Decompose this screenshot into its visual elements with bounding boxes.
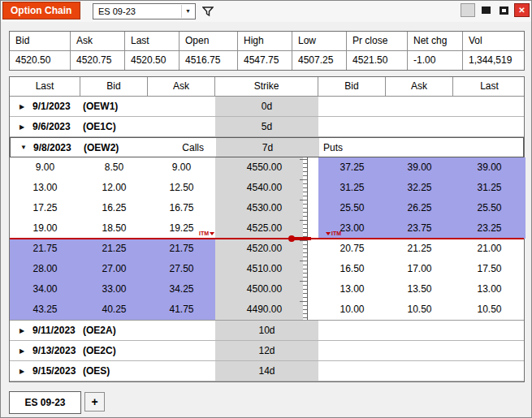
put-ask-cell[interactable]: 32.25 (386, 178, 453, 198)
quote-header-pr-close: Pr close (347, 32, 408, 50)
put-ask-cell[interactable]: 23.75 (386, 218, 453, 239)
put-bid-cell[interactable]: 31.25 (318, 178, 386, 198)
expand-arrow-icon[interactable]: ▶ (19, 361, 24, 381)
call-bid-cell[interactable]: 8.50 (80, 157, 148, 178)
maximize-button[interactable] (496, 3, 511, 17)
expiration-date: 9/11/2023 (32, 321, 76, 340)
days-to-expiration: 0d (215, 97, 318, 116)
call-ask-cell[interactable]: 34.25 (148, 279, 215, 299)
quote-header-net-chg: Net chg (408, 32, 463, 50)
expiration-row-9-8-2023[interactable]: ▼9/8/2023(OEW2)CallsPuts7d (10, 137, 524, 157)
expiration-row-9-15-2023[interactable]: ▶9/15/2023(OES)14d (10, 361, 524, 381)
expiration-row-9-13-2023[interactable]: ▶9/13/2023(OE2C)12d (10, 341, 524, 361)
expand-arrow-icon[interactable]: ▶ (19, 117, 24, 136)
quote-value-net-chg: -1.00 (408, 51, 463, 70)
put-bid-cell[interactable]: 10.00 (318, 299, 386, 320)
chevron-down-icon[interactable]: ▼ (181, 5, 194, 18)
call-ask-cell[interactable]: 9.00 (148, 157, 215, 178)
expiration-row-9-6-2023[interactable]: ▶9/6/2023(OE1C)5d (10, 117, 524, 137)
itm-arrow-icon (326, 232, 331, 235)
call-ask-cell[interactable]: 21.75 (148, 239, 215, 259)
quote-value-open: 4516.75 (179, 51, 238, 70)
call-last-cell[interactable]: 21.75 (10, 239, 80, 259)
expiration-code: (OE2C) (83, 341, 116, 360)
call-ask-cell[interactable]: 27.50 (148, 259, 215, 279)
call-bid-cell[interactable]: 40.25 (80, 299, 148, 320)
filter-icon (202, 6, 214, 17)
call-ask-cell[interactable]: 16.75 (148, 198, 215, 218)
call-last-cell[interactable]: 9.00 (10, 157, 80, 178)
option-row: 21.7521.2521.754520.0020.7521.2521.00 (10, 239, 524, 259)
put-bid-cell[interactable]: 16.50 (318, 259, 386, 279)
put-last-cell[interactable]: 23.25 (453, 218, 526, 239)
put-ask-cell[interactable]: 21.25 (386, 239, 453, 259)
put-last-cell[interactable]: 13.00 (453, 279, 526, 299)
call-bid-cell[interactable]: 18.50 (80, 218, 148, 239)
window-extra-button[interactable] (461, 3, 475, 17)
put-bid-cell[interactable]: 20.75 (318, 239, 386, 259)
put-last-cell[interactable]: 21.00 (453, 239, 526, 259)
call-bid-cell[interactable]: 16.25 (80, 198, 148, 218)
expiration-date: 9/15/2023 (32, 361, 76, 381)
expiration-code: (OEW2) (84, 138, 119, 157)
quote-header-last: Last (125, 32, 179, 50)
put-ask-cell[interactable]: 17.00 (386, 259, 453, 279)
option-row: 9.008.509.004550.0037.2539.0039.00 (10, 157, 524, 178)
option-row: 34.0033.0034.254500.0013.0013.5013.00 (10, 279, 524, 299)
call-bid-cell[interactable]: 33.00 (80, 279, 148, 299)
expiration-code: (OE1C) (83, 117, 116, 136)
put-last-cell[interactable]: 31.25 (453, 178, 526, 198)
filter-button[interactable] (201, 4, 215, 19)
put-bid-cell[interactable]: 37.25 (318, 157, 386, 178)
put-last-cell[interactable]: 25.50 (453, 198, 526, 218)
window-controls: ✕ (461, 3, 530, 17)
option-row: 43.2540.2541.754490.0010.0010.5010.50 (10, 299, 524, 320)
expiration-row-9-11-2023[interactable]: ▶9/11/2023(OE2A)10d (10, 321, 524, 341)
call-last-cell[interactable]: 43.25 (10, 299, 80, 320)
option-row: 13.0012.0012.504540.0031.2532.2531.25 (10, 178, 524, 198)
put-ask-cell[interactable]: 13.50 (386, 279, 453, 299)
days-to-expiration: 5d (215, 117, 318, 136)
expiration-code: (OEW1) (83, 97, 118, 116)
call-last-cell[interactable]: 34.00 (10, 279, 80, 299)
titlebar[interactable]: Option Chain ES 09-23 ▼ ✕ (1, 1, 531, 22)
call-ask-cell[interactable]: 41.75 (148, 299, 215, 320)
add-tab-button[interactable]: + (84, 392, 105, 412)
minimize-button[interactable] (478, 3, 493, 17)
chain-header-1-bid: Bid (80, 77, 148, 96)
expand-arrow-icon[interactable]: ▶ (19, 341, 24, 360)
put-ask-cell[interactable]: 39.00 (386, 157, 453, 178)
call-last-cell[interactable]: 28.00 (10, 259, 80, 279)
collapse-arrow-icon[interactable]: ▼ (20, 138, 27, 157)
tab-es-09-23[interactable]: ES 09-23 (9, 391, 81, 414)
symbol-dropdown[interactable]: ES 09-23 ▼ (93, 3, 196, 19)
expiration-row-9-1-2023[interactable]: ▶9/1/2023(OEW1)0d (10, 97, 524, 117)
put-bid-cell[interactable]: 13.00 (318, 279, 386, 299)
itm-arrow-icon (210, 232, 214, 235)
expand-arrow-icon[interactable]: ▶ (19, 321, 24, 340)
call-bid-cell[interactable]: 21.25 (80, 239, 148, 259)
close-button[interactable]: ✕ (514, 3, 530, 17)
put-bid-cell[interactable]: 25.50 (318, 198, 386, 218)
call-last-cell[interactable]: 13.00 (10, 178, 80, 198)
chain-body: ▶9/1/2023(OEW1)0d▶9/6/2023(OE1C)5d▼9/8/2… (10, 97, 524, 381)
call-bid-cell[interactable]: 12.00 (80, 178, 148, 198)
call-last-cell[interactable]: 17.25 (10, 198, 80, 218)
quote-value-low: 4507.25 (292, 51, 347, 70)
expand-arrow-icon[interactable]: ▶ (19, 97, 24, 116)
call-bid-cell[interactable]: 27.00 (80, 259, 148, 279)
option-chain-window: Option Chain ES 09-23 ▼ ✕ BidAskLastOpen… (0, 0, 532, 418)
put-ask-cell[interactable]: 10.50 (386, 299, 453, 320)
quote-value-high: 4547.75 (238, 51, 292, 70)
quote-value-last: 4520.50 (125, 51, 179, 70)
put-last-cell[interactable]: 39.00 (453, 157, 526, 178)
put-last-cell[interactable]: 10.50 (453, 299, 526, 320)
current-price-line (10, 238, 524, 239)
put-last-cell[interactable]: 17.50 (453, 259, 526, 279)
maximize-icon (500, 6, 508, 15)
put-ask-cell[interactable]: 26.25 (386, 198, 453, 218)
call-ask-cell[interactable]: 12.50 (148, 178, 215, 198)
days-to-expiration: 12d (215, 341, 318, 360)
call-last-cell[interactable]: 19.00 (10, 218, 80, 239)
quote-header-ask: Ask (71, 32, 125, 50)
